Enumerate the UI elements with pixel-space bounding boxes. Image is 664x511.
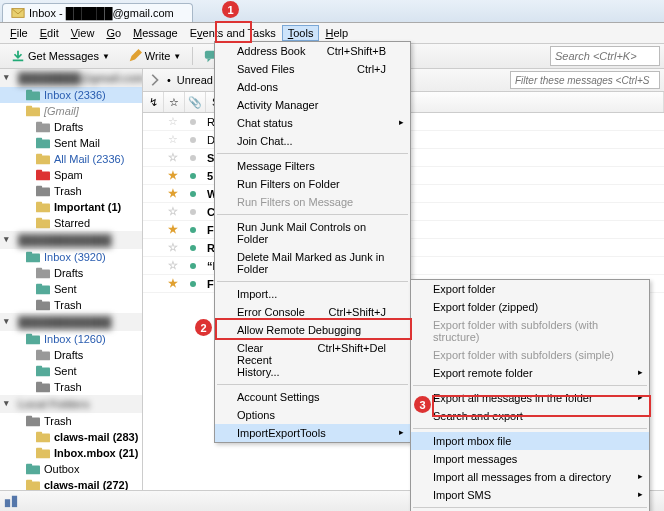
menu-item[interactable]: Import messages xyxy=(411,450,649,468)
menu-item[interactable]: Import all messages from a directory xyxy=(411,468,649,486)
star-cell[interactable]: ☆ xyxy=(163,113,183,130)
folder-item[interactable]: Sent xyxy=(0,281,142,297)
menu-item[interactable]: Export folder xyxy=(411,280,649,298)
menu-item[interactable]: Import... xyxy=(215,285,410,303)
menu-file[interactable]: File xyxy=(4,25,34,41)
inbox-icon xyxy=(26,89,40,101)
star-cell[interactable]: ★ xyxy=(163,221,183,238)
menu-message[interactable]: Message xyxy=(127,25,184,41)
menu-item[interactable]: Import SMS xyxy=(411,486,649,504)
folder-item[interactable]: [Gmail] xyxy=(0,103,142,119)
folder-item[interactable]: Inbox (3920) xyxy=(0,249,142,265)
menu-item-label: Export folder with subfolders (with stru… xyxy=(433,319,625,343)
menu-go[interactable]: Go xyxy=(100,25,127,41)
folder-item[interactable]: Inbox (1260) xyxy=(0,331,142,347)
account-header[interactable]: Local Folders xyxy=(0,395,142,413)
menu-item[interactable]: Run Filters on Folder xyxy=(215,175,410,193)
menu-item[interactable]: Join Chat... xyxy=(215,132,410,150)
folder-item[interactable]: Sent Mail xyxy=(0,135,142,151)
svg-rect-11 xyxy=(36,138,42,142)
folder-item[interactable]: All Mail (2336) xyxy=(0,151,142,167)
window-tab[interactable]: Inbox - ██████@gmail.com xyxy=(2,3,193,22)
menu-item[interactable]: Allow Remote Debugging xyxy=(215,321,410,339)
col-attach[interactable]: 📎 xyxy=(185,92,206,112)
menu-item[interactable]: Error ConsoleCtrl+Shift+J xyxy=(215,303,410,321)
read-cell[interactable] xyxy=(183,167,203,184)
folder-item[interactable]: Important (1) xyxy=(0,199,142,215)
star-cell[interactable]: ☆ xyxy=(163,239,183,256)
filter-unread[interactable]: Unread xyxy=(177,74,213,86)
filter-input[interactable] xyxy=(510,71,660,89)
menu-tools[interactable]: Tools xyxy=(282,25,320,41)
get-messages-button[interactable]: Get Messages ▼ xyxy=(4,46,117,66)
star-cell[interactable]: ☆ xyxy=(163,257,183,274)
star-cell[interactable]: ★ xyxy=(163,275,183,292)
star-cell[interactable]: ☆ xyxy=(163,203,183,220)
account-header[interactable]: ████████████ xyxy=(0,313,142,331)
menu-item[interactable]: Options xyxy=(215,406,410,424)
folder-item[interactable]: Trash xyxy=(0,379,142,395)
read-cell[interactable] xyxy=(183,203,203,220)
folder-label: Important (1) xyxy=(54,201,121,213)
read-cell[interactable] xyxy=(183,257,203,274)
menu-view[interactable]: View xyxy=(65,25,101,41)
read-cell[interactable] xyxy=(183,275,203,292)
star-cell[interactable]: ★ xyxy=(163,167,183,184)
read-cell[interactable] xyxy=(183,185,203,202)
menu-separator xyxy=(413,428,647,429)
star-cell[interactable]: ★ xyxy=(163,185,183,202)
folder-item[interactable]: Inbox.mbox (21) xyxy=(0,445,142,461)
folder-item[interactable]: Trash xyxy=(0,183,142,199)
folder-item[interactable]: Sent xyxy=(0,363,142,379)
menu-item[interactable]: Import mbox file xyxy=(411,432,649,450)
menu-item[interactable]: Chat status xyxy=(215,114,410,132)
menu-item[interactable]: ImportExportTools xyxy=(215,424,410,442)
menu-item[interactable]: Activity Manager xyxy=(215,96,410,114)
account-header[interactable]: ████████@gmail.com xyxy=(0,69,142,87)
read-dot-icon xyxy=(190,227,196,233)
menu-help[interactable]: Help xyxy=(319,25,354,41)
write-button[interactable]: Write ▼ xyxy=(121,46,188,66)
folder-item[interactable]: Inbox (2336) xyxy=(0,87,142,103)
folder-item[interactable]: Trash xyxy=(0,413,142,429)
account-header[interactable]: ████████████ xyxy=(0,231,142,249)
menu-item[interactable]: Export folder (zipped) xyxy=(411,298,649,316)
menu-item[interactable]: Address BookCtrl+Shift+B xyxy=(215,42,410,60)
read-cell[interactable] xyxy=(183,239,203,256)
menu-item: Export folder with subfolders (with stru… xyxy=(411,316,649,346)
folder-icon xyxy=(36,447,50,459)
folder-item[interactable]: Spam xyxy=(0,167,142,183)
read-cell[interactable] xyxy=(183,131,203,148)
menu-events[interactable]: Events and Tasks xyxy=(184,25,282,41)
menu-item: Export folder with subfolders (simple) xyxy=(411,346,649,364)
folder-item[interactable]: Starred xyxy=(0,215,142,231)
folder-item[interactable]: Drafts xyxy=(0,265,142,281)
arrow-icon[interactable] xyxy=(147,73,161,87)
menu-item[interactable]: Saved FilesCtrl+J xyxy=(215,60,410,78)
star-cell[interactable]: ☆ xyxy=(163,131,183,148)
menu-edit[interactable]: Edit xyxy=(34,25,65,41)
star-cell[interactable]: ☆ xyxy=(163,149,183,166)
menu-item[interactable]: Run Junk Mail Controls on Folder xyxy=(215,218,410,248)
folder-item[interactable]: Outbox xyxy=(0,461,142,477)
folder-item[interactable]: Drafts xyxy=(0,347,142,363)
folder-item[interactable]: Drafts xyxy=(0,119,142,135)
folder-item[interactable]: Trash xyxy=(0,297,142,313)
menu-item[interactable]: Export remote folder xyxy=(411,364,649,382)
status-icon[interactable] xyxy=(4,494,18,508)
folder-item[interactable]: claws-mail (283) xyxy=(0,429,142,445)
col-star[interactable]: ☆ xyxy=(164,92,185,112)
col-thread[interactable]: ↯ xyxy=(143,92,164,112)
read-cell[interactable] xyxy=(183,113,203,130)
read-cell[interactable] xyxy=(183,149,203,166)
menu-item[interactable]: Add-ons xyxy=(215,78,410,96)
menu-item[interactable]: Delete Mail Marked as Junk in Folder xyxy=(215,248,410,278)
submenu-arrow-icon xyxy=(638,392,643,402)
menu-item[interactable]: Search and export xyxy=(411,407,649,425)
read-cell[interactable] xyxy=(183,221,203,238)
menu-item[interactable]: Export all messages in the folder xyxy=(411,389,649,407)
menu-item[interactable]: Clear Recent History...Ctrl+Shift+Del xyxy=(215,339,410,381)
menu-item[interactable]: Message Filters xyxy=(215,157,410,175)
search-input[interactable] xyxy=(550,46,660,66)
menu-item[interactable]: Account Settings xyxy=(215,388,410,406)
